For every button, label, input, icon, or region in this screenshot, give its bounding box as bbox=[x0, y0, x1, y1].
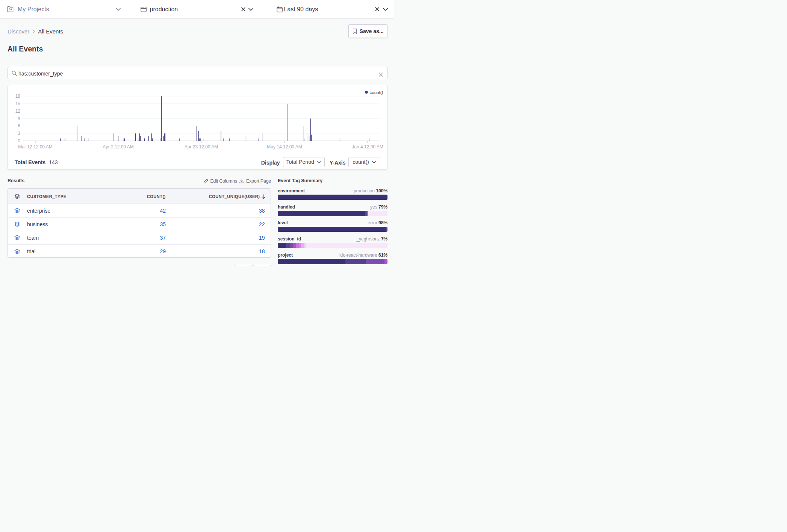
svg-text:9: 9 bbox=[18, 116, 20, 121]
svg-text:18: 18 bbox=[15, 94, 21, 99]
svg-text:count(): count() bbox=[370, 90, 383, 95]
svg-text:6: 6 bbox=[18, 123, 20, 128]
svg-text:Apr 23 12:00 AM: Apr 23 12:00 AM bbox=[185, 144, 218, 150]
svg-text:15: 15 bbox=[15, 101, 21, 106]
svg-text:3: 3 bbox=[18, 131, 20, 136]
svg-text:0: 0 bbox=[18, 138, 20, 144]
svg-text:12: 12 bbox=[15, 109, 21, 114]
svg-text:May 14 12:00 AM: May 14 12:00 AM bbox=[267, 144, 302, 150]
svg-text:Apr 2 12:00 AM: Apr 2 12:00 AM bbox=[103, 144, 134, 150]
svg-text:Jun 4 12:00 AM: Jun 4 12:00 AM bbox=[352, 144, 383, 150]
svg-text:Mar 12 12:00 AM: Mar 12 12:00 AM bbox=[18, 144, 52, 150]
